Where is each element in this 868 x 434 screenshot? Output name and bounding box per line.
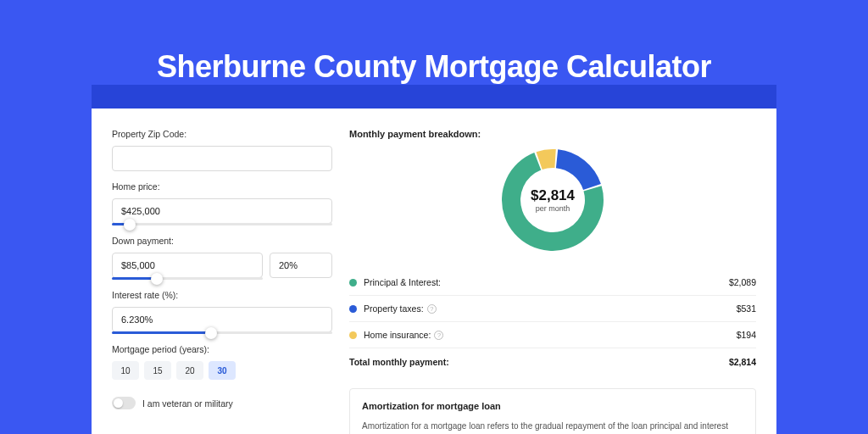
interest-slider[interactable] — [112, 331, 332, 334]
slider-thumb[interactable] — [151, 273, 163, 285]
donut-sub: per month — [536, 204, 570, 213]
home-price-slider[interactable] — [112, 223, 332, 225]
period-button-15[interactable]: 15 — [144, 361, 171, 380]
veteran-label: I am veteran or military — [142, 398, 233, 409]
page-title: Sherburne County Mortgage Calculator — [0, 0, 868, 85]
period-button-30[interactable]: 30 — [209, 361, 236, 380]
home-price-label: Home price: — [112, 181, 332, 192]
info-icon[interactable]: ? — [427, 304, 437, 314]
total-label: Total monthly payment: — [349, 357, 729, 367]
amortization-text: Amortization for a mortgage loan refers … — [362, 420, 743, 434]
zip-label: Property Zip Code: — [112, 129, 332, 139]
down-payment-pct-input[interactable] — [270, 253, 332, 278]
down-payment-label: Down payment: — [112, 236, 332, 246]
period-label: Mortgage period (years): — [112, 344, 332, 354]
legend-value: $531 — [737, 303, 756, 314]
down-payment-slider[interactable] — [112, 277, 263, 280]
total-row: Total monthly payment: $2,814 — [349, 348, 756, 375]
amortization-box: Amortization for mortgage loan Amortizat… — [349, 388, 756, 434]
legend-row: Principal & Interest:$2,089 — [349, 270, 756, 296]
legend-dot — [349, 305, 357, 313]
home-price-input[interactable] — [112, 198, 332, 224]
breakdown-panel: Monthly payment breakdown: $2,814 per mo… — [349, 129, 756, 434]
veteran-toggle[interactable] — [112, 397, 136, 409]
zip-input[interactable] — [112, 146, 332, 171]
legend-label: Home insurance:? — [364, 330, 737, 340]
legend-value: $194 — [737, 330, 756, 340]
legend-label: Principal & Interest: — [364, 277, 729, 287]
period-group: 10152030 — [112, 361, 332, 380]
amortization-title: Amortization for mortgage loan — [362, 401, 743, 411]
total-value: $2,814 — [729, 357, 756, 367]
slider-thumb[interactable] — [205, 327, 217, 339]
interest-input[interactable] — [112, 307, 332, 332]
down-payment-input[interactable] — [112, 253, 263, 278]
period-button-20[interactable]: 20 — [176, 361, 203, 380]
page-root: Sherburne County Mortgage Calculator Pro… — [0, 0, 868, 434]
legend-row: Property taxes:?$531 — [349, 296, 756, 322]
form-panel: Property Zip Code: Home price: Down paym… — [112, 129, 332, 434]
donut-center: $2,814 per month — [498, 146, 607, 254]
donut-chart: $2,814 per month — [349, 146, 756, 254]
card-frame: Property Zip Code: Home price: Down paym… — [92, 85, 776, 434]
breakdown-title: Monthly payment breakdown: — [349, 129, 756, 139]
legend-value: $2,089 — [729, 277, 756, 287]
slider-thumb[interactable] — [124, 219, 136, 231]
legend-label: Property taxes:? — [364, 303, 737, 314]
interest-label: Interest rate (%): — [112, 290, 332, 300]
legend-dot — [349, 279, 357, 287]
legend-row: Home insurance:?$194 — [349, 322, 756, 348]
calculator-card: Property Zip Code: Home price: Down paym… — [92, 108, 776, 434]
period-button-10[interactable]: 10 — [112, 361, 139, 380]
info-icon[interactable]: ? — [434, 331, 443, 340]
donut-amount: $2,814 — [531, 187, 575, 204]
legend: Principal & Interest:$2,089Property taxe… — [349, 270, 756, 348]
legend-dot — [349, 331, 357, 339]
